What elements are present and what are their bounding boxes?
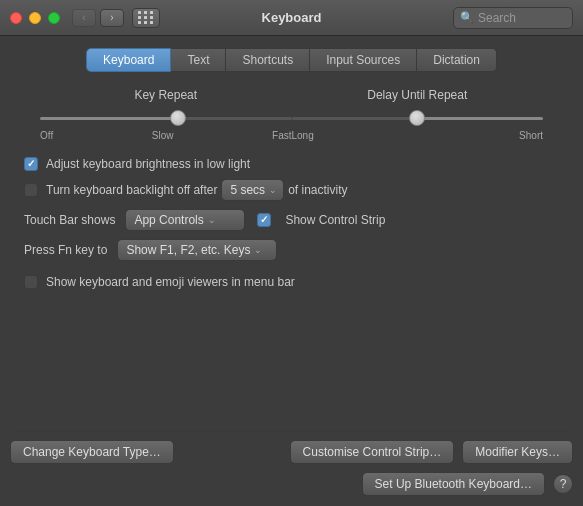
key-repeat-slow-label: Slow [152, 130, 174, 141]
backlight-seconds-value: 5 secs [230, 183, 265, 197]
tab-input-sources[interactable]: Input Sources [310, 48, 417, 72]
maximize-button[interactable] [48, 12, 60, 24]
help-button[interactable]: ? [553, 474, 573, 494]
touch-bar-shows-label: Touch Bar shows [24, 213, 115, 227]
tab-keyboard[interactable]: Keyboard [86, 48, 171, 72]
grid-button[interactable] [132, 8, 160, 28]
fn-key-value: Show F1, F2, etc. Keys [126, 243, 250, 257]
show-control-strip-group: ✓ Show Control Strip [257, 213, 385, 227]
window-title: Keyboard [262, 10, 322, 25]
backlight-off-label: Turn keyboard backlight off after [46, 183, 217, 197]
delay-repeat-group: Delay Until Repeat Long Short [292, 88, 544, 141]
tab-dictation[interactable]: Dictation [417, 48, 497, 72]
delay-repeat-track [292, 117, 544, 120]
titlebar: ‹ › Keyboard 🔍 [0, 0, 583, 36]
key-repeat-fast-label: Fast [272, 130, 291, 141]
key-repeat-off-label: Off [40, 130, 53, 141]
show-viewers-row: Show keyboard and emoji viewers in menu … [20, 275, 563, 289]
main-content: Keyboard Text Shortcuts Input Sources Di… [0, 36, 583, 307]
adjust-brightness-checkbox[interactable]: ✓ [24, 157, 38, 171]
key-repeat-track [40, 117, 292, 120]
inactivity-label: of inactivity [288, 183, 347, 197]
delay-repeat-label: Delay Until Repeat [367, 88, 467, 102]
customise-control-strip-button[interactable]: Customise Control Strip… [290, 440, 455, 464]
grid-icon [138, 11, 154, 24]
modifier-keys-button[interactable]: Modifier Keys… [462, 440, 573, 464]
backlight-off-row: Turn keyboard backlight off after 5 secs… [20, 179, 563, 201]
search-icon: 🔍 [460, 11, 474, 24]
bottom-buttons-row2: Set Up Bluetooth Keyboard… ? [10, 472, 573, 496]
adjust-brightness-label: Adjust keyboard brightness in low light [46, 157, 250, 171]
key-repeat-label: Key Repeat [134, 88, 197, 102]
forward-button[interactable]: › [100, 9, 124, 27]
key-repeat-labels: Off Slow Fast [40, 130, 292, 141]
bottom-buttons-row1: Change Keyboard Type… Customise Control … [10, 440, 573, 464]
tab-bar: Keyboard Text Shortcuts Input Sources Di… [20, 48, 563, 72]
show-viewers-label: Show keyboard and emoji viewers in menu … [46, 275, 295, 289]
dropdown-arrow-icon: ⌄ [254, 245, 262, 255]
dropdown-arrow-icon: ⌄ [208, 215, 216, 225]
fn-key-dropdown[interactable]: Show F1, F2, etc. Keys ⌄ [117, 239, 277, 261]
set-up-bluetooth-button[interactable]: Set Up Bluetooth Keyboard… [362, 472, 545, 496]
search-box[interactable]: 🔍 [453, 7, 573, 29]
change-keyboard-button[interactable]: Change Keyboard Type… [10, 440, 174, 464]
sliders-section: Key Repeat Off Slow Fast Delay Until Rep… [20, 88, 563, 141]
close-button[interactable] [10, 12, 22, 24]
checkmark-icon: ✓ [260, 215, 268, 225]
delay-short-label: Short [519, 130, 543, 141]
checkmark-icon: ✓ [27, 159, 35, 169]
fn-key-label: Press Fn key to [24, 243, 107, 257]
delay-repeat-slider[interactable] [292, 110, 544, 126]
touch-bar-value: App Controls [134, 213, 203, 227]
delay-repeat-labels: Long Short [292, 130, 544, 141]
touch-bar-row: Touch Bar shows App Controls ⌄ ✓ Show Co… [20, 209, 563, 231]
backlight-seconds-dropdown[interactable]: 5 secs ⌄ [221, 179, 284, 201]
back-button[interactable]: ‹ [72, 9, 96, 27]
show-control-strip-label: Show Control Strip [285, 213, 385, 227]
delay-long-label: Long [292, 130, 314, 141]
backlight-off-checkbox[interactable] [24, 183, 38, 197]
key-repeat-group: Key Repeat Off Slow Fast [40, 88, 292, 141]
divider [10, 431, 573, 432]
search-input[interactable] [478, 11, 568, 25]
minimize-button[interactable] [29, 12, 41, 24]
tab-shortcuts[interactable]: Shortcuts [226, 48, 310, 72]
fn-key-row: Press Fn key to Show F1, F2, etc. Keys ⌄ [20, 239, 563, 261]
bottom-area: Change Keyboard Type… Customise Control … [0, 431, 583, 506]
adjust-brightness-row: ✓ Adjust keyboard brightness in low ligh… [20, 157, 563, 171]
key-repeat-slider[interactable] [40, 110, 292, 126]
delay-repeat-thumb[interactable] [409, 110, 425, 126]
dropdown-arrow-icon: ⌄ [269, 185, 277, 195]
show-viewers-checkbox[interactable] [24, 275, 38, 289]
key-repeat-thumb[interactable] [170, 110, 186, 126]
tab-text[interactable]: Text [171, 48, 226, 72]
touch-bar-dropdown[interactable]: App Controls ⌄ [125, 209, 245, 231]
traffic-lights [10, 12, 60, 24]
nav-buttons: ‹ › [72, 9, 124, 27]
show-control-strip-checkbox[interactable]: ✓ [257, 213, 271, 227]
